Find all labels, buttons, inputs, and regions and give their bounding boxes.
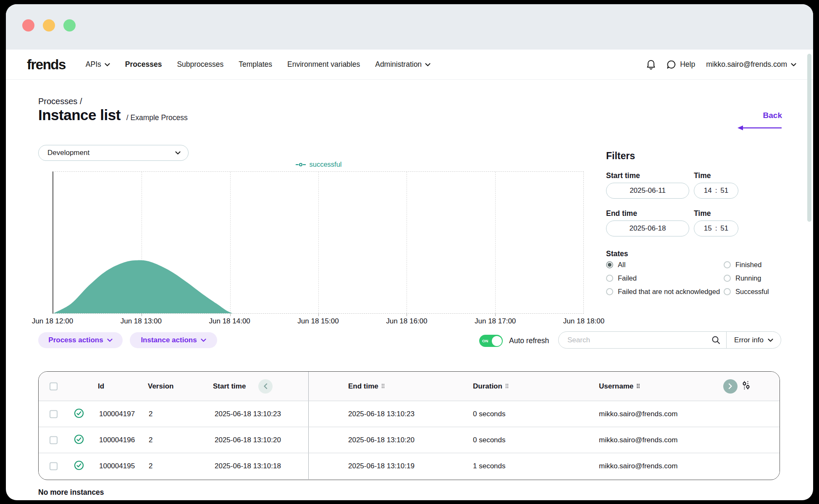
minimize-window-icon[interactable] <box>43 19 55 32</box>
state-radio-all[interactable]: All <box>606 261 625 269</box>
frozen-column-divider <box>308 372 309 401</box>
page-title-row: Instance list / Example Process <box>38 107 188 123</box>
sort-icon[interactable] <box>637 384 640 389</box>
cell-end-time: 2025-06-18 13:10:20 <box>348 436 415 444</box>
instance-actions-label: Instance actions <box>141 336 197 344</box>
state-radio-failed[interactable]: Failed <box>606 274 637 282</box>
nav-item-subprocesses[interactable]: Subprocesses <box>177 60 223 69</box>
maximize-window-icon[interactable] <box>63 19 76 32</box>
help-menu[interactable]: Help <box>667 60 695 69</box>
close-window-icon[interactable] <box>22 19 34 32</box>
successful-series-area <box>53 172 583 313</box>
success-status-icon <box>74 408 84 420</box>
nav-item-label: Subprocesses <box>177 60 223 69</box>
legend-marker-icon <box>296 163 306 167</box>
search-input[interactable] <box>559 336 710 344</box>
nav-item-processes[interactable]: Processes <box>125 60 162 69</box>
x-tick-label: Jun 18 12:00 <box>19 317 86 326</box>
no-more-instances-text: No more instances <box>38 488 104 497</box>
start-date-input[interactable]: 2025-06-11 <box>606 183 689 199</box>
filters-heading: Filters <box>606 150 635 162</box>
table-header-row: Id Version Start time End time Duration … <box>39 372 780 401</box>
table-row[interactable]: 100004195 2 2025-06-18 13:10:18 2025-06-… <box>39 453 780 479</box>
column-header-end-time[interactable]: End time <box>348 382 385 391</box>
radio-label: Finished <box>735 261 761 269</box>
process-actions-button[interactable]: Process actions <box>38 332 123 348</box>
back-button[interactable]: Back <box>763 111 782 120</box>
radio-label: Running <box>735 274 761 282</box>
nav-item-templates[interactable]: Templates <box>239 60 272 69</box>
window-scrollbar-thumb[interactable] <box>807 54 811 222</box>
start-time-input[interactable]: 14 : 51 <box>694 183 738 199</box>
end-time-input[interactable]: 15 : 51 <box>694 220 738 236</box>
nav-item-environment-variables[interactable]: Environment variables <box>287 60 360 69</box>
cell-username: mikko.sairo@frends.com <box>599 410 677 418</box>
page-subtitle: / Example Process <box>126 113 188 122</box>
window-titlebar <box>6 4 813 50</box>
search-bar: Error info <box>558 331 781 349</box>
column-header-version[interactable]: Version <box>148 382 173 391</box>
user-menu[interactable]: mikko.sairo@frends.com <box>706 60 796 69</box>
help-label: Help <box>680 60 695 69</box>
row-checkbox[interactable] <box>50 436 58 444</box>
cell-username: mikko.sairo@frends.com <box>599 462 677 470</box>
state-radio-finished[interactable]: Finished <box>724 261 761 269</box>
columns-scroll-left-button[interactable] <box>258 379 273 394</box>
auto-refresh-label: Auto refresh <box>509 336 549 345</box>
nav-item-administration[interactable]: Administration <box>375 60 430 69</box>
table-row[interactable]: 100004196 2 2025-06-18 13:10:20 2025-06-… <box>39 427 780 453</box>
top-navbar: frends APIs Processes Subprocesses Templ… <box>6 50 813 80</box>
search-icon[interactable] <box>710 336 726 344</box>
cell-duration: 0 seconds <box>473 436 506 444</box>
chevron-down-icon <box>768 339 773 342</box>
frends-logo: frends <box>27 57 66 73</box>
notifications-bell-icon[interactable] <box>646 60 656 70</box>
cell-version: 2 <box>149 462 152 470</box>
cell-start-time: 2025-06-18 13:10:18 <box>215 462 281 470</box>
column-header-duration[interactable]: Duration <box>473 382 509 391</box>
row-checkbox[interactable] <box>50 410 58 418</box>
axis-tick <box>230 313 231 316</box>
x-tick-label: Jun 18 15:00 <box>285 317 352 326</box>
axis-tick <box>407 313 407 316</box>
axis-tick <box>495 313 496 316</box>
auto-refresh-toggle[interactable]: ON <box>479 335 503 347</box>
time-separator: : <box>715 186 717 195</box>
instance-actions-button[interactable]: Instance actions <box>130 332 217 348</box>
row-checkbox[interactable] <box>50 462 58 470</box>
nav-item-label: Environment variables <box>287 60 360 69</box>
state-radio-successful[interactable]: Successful <box>724 288 769 296</box>
end-date-input[interactable]: 2025-06-18 <box>606 220 689 236</box>
app-window: frends APIs Processes Subprocesses Templ… <box>6 4 813 500</box>
breadcrumb[interactable]: Processes / <box>38 97 82 106</box>
sort-icon[interactable] <box>506 384 509 389</box>
state-radio-failed-not-acknowledged[interactable]: Failed that are not acknowledged <box>606 288 720 296</box>
time-separator: : <box>715 224 717 233</box>
error-info-select[interactable]: Error info <box>727 336 781 344</box>
columns-scroll-right-button[interactable] <box>723 379 738 394</box>
radio-icon <box>724 261 731 268</box>
chevron-down-icon <box>425 63 430 66</box>
nav-item-apis[interactable]: APIs <box>86 60 110 69</box>
radio-label: Failed that are not acknowledged <box>618 288 720 296</box>
radio-label: All <box>618 261 625 269</box>
table-row[interactable]: 100004197 2 2025-06-18 13:10:23 2025-06-… <box>39 401 780 427</box>
x-tick-label: Jun 18 14:00 <box>196 317 263 326</box>
column-header-id[interactable]: Id <box>98 382 104 391</box>
process-actions-label: Process actions <box>48 336 103 344</box>
end-time-time-label: Time <box>694 209 711 218</box>
state-radio-running[interactable]: Running <box>724 274 761 282</box>
column-header-username[interactable]: Username <box>599 382 640 391</box>
chart-legend: successful <box>256 160 382 168</box>
sort-icon[interactable] <box>382 384 385 389</box>
column-settings-sliders-icon[interactable] <box>743 381 750 392</box>
error-info-label: Error info <box>734 336 764 344</box>
select-all-checkbox[interactable] <box>50 382 58 390</box>
nav-menu: APIs Processes Subprocesses Templates En… <box>86 60 430 69</box>
success-status-icon <box>74 434 84 446</box>
cell-start-time: 2025-06-18 13:10:23 <box>215 410 281 418</box>
column-header-start-time[interactable]: Start time <box>213 382 246 391</box>
nav-right: Help mikko.sairo@frends.com <box>646 60 796 70</box>
environment-select[interactable]: Development <box>38 145 189 161</box>
x-tick-label: Jun 18 17:00 <box>462 317 529 326</box>
